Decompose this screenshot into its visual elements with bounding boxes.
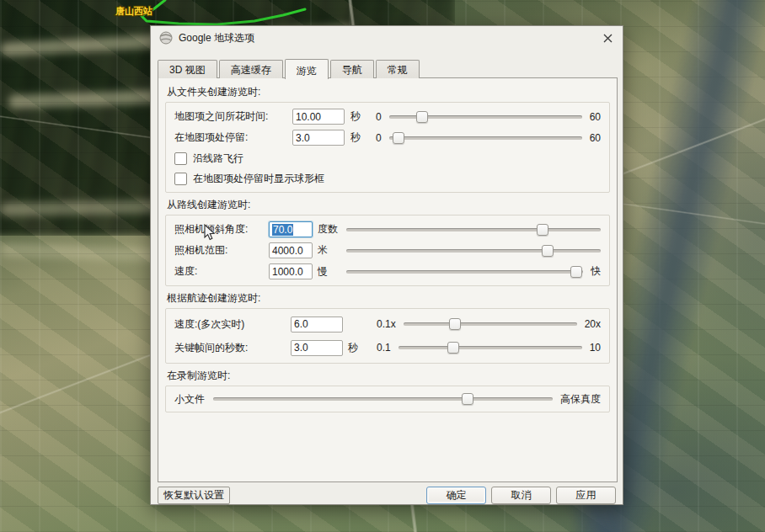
slider-min-label: 0.1 (377, 342, 391, 354)
slider-track (399, 346, 582, 349)
keyframes-input[interactable]: 3.0 (291, 340, 343, 356)
tab-bar: 3D 视图 高速缓存 游览 导航 常规 (158, 58, 421, 78)
folder-section-group: 地图项之间所花时间: 10.00 秒 0 60 在地图项处停留: 3.0 秒 0 (165, 102, 610, 193)
slider-max-label: 60 (590, 111, 601, 123)
wait-at-input[interactable]: 3.0 (292, 130, 345, 146)
time-between-input[interactable]: 10.00 (292, 109, 345, 125)
camera-tilt-slider[interactable] (346, 223, 601, 237)
slider-max-label: 20x (585, 318, 601, 330)
section-heading-path: 从路线创建游览时: (167, 198, 610, 212)
tab-navigation[interactable]: 导航 (330, 60, 374, 78)
slider-handle[interactable] (462, 393, 473, 405)
section-heading-folder: 从文件夹创建游览时: (167, 85, 610, 99)
slider-handle[interactable] (393, 132, 404, 144)
camera-tilt-row: 照相机倾斜角度: 70.0 度数 (168, 219, 607, 240)
dialog-titlebar[interactable]: Google 地球选项 (151, 26, 623, 50)
wait-at-label: 在地图项处停留: (174, 130, 292, 145)
time-between-label: 地图项之间所花时间: (174, 109, 292, 124)
keyframes-row: 关键帧间的秒数: 3.0 秒 0.1 10 (168, 336, 607, 359)
show-balloon-checkbox[interactable] (174, 173, 187, 185)
path-section-group: 照相机倾斜角度: 70.0 度数 照相机范围: 4000.0 米 (165, 215, 610, 286)
wait-at-slider[interactable] (389, 131, 582, 145)
fly-along-lines-label: 沿线路飞行 (193, 152, 243, 166)
apply-button[interactable]: 应用 (556, 487, 616, 504)
slider-track (213, 397, 553, 401)
slider-track (346, 249, 601, 253)
camera-range-slider[interactable] (346, 244, 601, 258)
path-speed-slider[interactable] (346, 265, 583, 279)
track-speed-label: 速度:(多次实时) (174, 317, 291, 332)
slider-max-label: 60 (590, 132, 601, 144)
camera-tilt-unit: 度数 (318, 222, 341, 237)
google-earth-logo-icon (159, 31, 173, 45)
slider-track (346, 228, 601, 231)
camera-tilt-input[interactable]: 70.0 (269, 221, 313, 237)
camera-tilt-label: 照相机倾斜角度: (174, 222, 269, 237)
fly-along-lines-row: 沿线路飞行 (168, 148, 607, 168)
show-balloon-row: 在地图项处停留时显示球形框 (168, 168, 607, 189)
slider-track (346, 270, 583, 274)
record-quality-min-label: 小文件 (174, 392, 205, 407)
time-between-unit: 秒 (350, 109, 361, 124)
track-speed-input[interactable]: 6.0 (291, 317, 343, 332)
section-heading-track: 根据航迹创建游览时: (167, 291, 610, 306)
keyframes-unit: 秒 (348, 341, 361, 355)
slider-handle[interactable] (537, 224, 548, 236)
ok-button[interactable]: 确定 (426, 487, 486, 504)
record-section-group: 小文件 高保真度 (165, 386, 610, 412)
slider-handle[interactable] (542, 245, 554, 257)
show-balloon-label: 在地图项处停留时显示球形框 (193, 172, 324, 186)
tab-touring[interactable]: 游览 (285, 59, 329, 79)
camera-range-input[interactable]: 4000.0 (269, 242, 313, 258)
tab-3d-view[interactable]: 3D 视图 (158, 60, 217, 78)
restore-defaults-button[interactable]: 恢复默认设置 (158, 487, 230, 504)
record-quality-row: 小文件 高保真度 (168, 390, 607, 408)
fly-along-lines-checkbox[interactable] (174, 152, 187, 165)
slider-track (389, 136, 582, 140)
path-speed-slow-label: 慢 (318, 264, 341, 279)
slider-track (404, 322, 577, 326)
dialog-footer: 恢复默认设置 确定 取消 应用 (158, 486, 616, 504)
time-between-slider[interactable] (389, 110, 582, 124)
slider-min-label: 0 (376, 111, 382, 123)
wait-at-row: 在地图项处停留: 3.0 秒 0 60 (168, 127, 607, 148)
slider-min-label: 0 (376, 132, 382, 144)
dialog-title: Google 地球选项 (179, 31, 254, 45)
path-speed-input[interactable]: 1000.0 (269, 263, 313, 279)
close-button[interactable] (601, 31, 614, 45)
track-speed-row: 速度:(多次实时) 6.0 0.1x 20x (168, 312, 607, 336)
options-dialog: Google 地球选项 3D 视图 高速缓存 游览 导航 常规 从文件夹创建游览… (150, 25, 623, 505)
slider-max-label: 10 (590, 342, 601, 354)
camera-range-row: 照相机范围: 4000.0 米 (168, 240, 607, 261)
map-place-label: 唐山西站 (115, 6, 152, 16)
path-speed-fast-label: 快 (591, 264, 601, 279)
track-section-group: 速度:(多次实时) 6.0 0.1x 20x 关键帧间的秒数: 3.0 秒 0.… (165, 308, 610, 364)
slider-min-label: 0.1x (377, 318, 396, 330)
record-quality-max-label: 高保真度 (560, 392, 601, 407)
close-icon (603, 34, 613, 43)
path-speed-label: 速度: (174, 264, 269, 279)
slider-handle[interactable] (570, 266, 582, 278)
tab-cache[interactable]: 高速缓存 (219, 60, 283, 78)
tab-general[interactable]: 常规 (376, 60, 420, 78)
gps-track-line (142, 0, 305, 24)
camera-range-label: 照相机范围: (174, 243, 269, 258)
wait-at-unit: 秒 (350, 130, 361, 145)
keyframes-slider[interactable] (399, 341, 582, 354)
camera-range-unit: 米 (318, 243, 341, 258)
slider-handle[interactable] (449, 318, 461, 330)
track-speed-slider[interactable] (404, 317, 577, 331)
cancel-button[interactable]: 取消 (491, 487, 551, 504)
slider-handle[interactable] (447, 342, 459, 354)
slider-handle[interactable] (416, 111, 428, 123)
time-between-row: 地图项之间所花时间: 10.00 秒 0 60 (168, 106, 607, 127)
keyframes-label: 关键帧间的秒数: (174, 341, 291, 355)
record-quality-slider[interactable] (213, 392, 553, 406)
screen: 唐山西站 Google 地球选项 3D 视图 高速缓存 游览 导航 常规 (0, 0, 765, 532)
path-speed-row: 速度: 1000.0 慢 快 (168, 261, 607, 282)
section-heading-record: 在录制游览时: (167, 369, 610, 383)
touring-tab-panel: 从文件夹创建游览时: 地图项之间所花时间: 10.00 秒 0 60 在地图项处… (158, 77, 618, 482)
